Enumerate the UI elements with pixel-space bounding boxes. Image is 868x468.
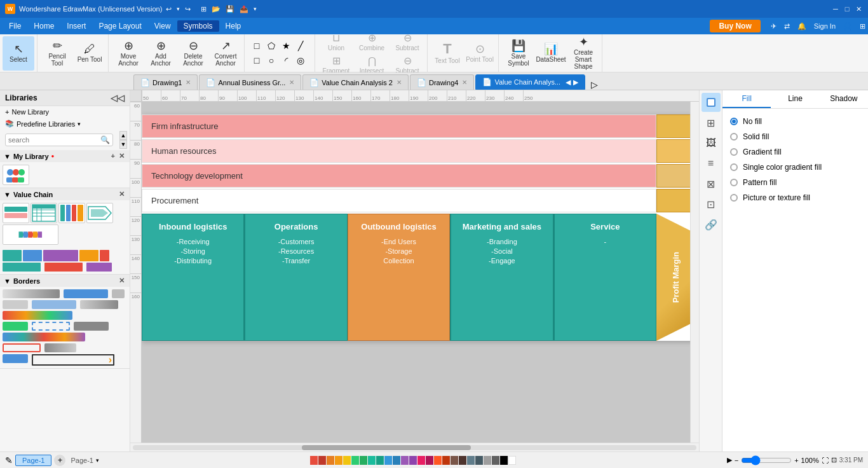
color-swatch-darkbrown[interactable] — [459, 456, 466, 465]
menu-view[interactable]: View — [148, 20, 177, 32]
redo-btn[interactable]: ↪ — [185, 5, 191, 13]
menu-file[interactable]: File — [3, 20, 27, 32]
scroll-up-btn[interactable]: ▲ — [119, 131, 127, 140]
color-swatch-darkblue[interactable] — [393, 456, 400, 465]
shape-pentagon[interactable]: ⬠ — [264, 39, 278, 53]
fill-option-pattern[interactable]: Pattern fill — [728, 175, 863, 190]
shape-arc[interactable]: ◜ — [279, 53, 293, 67]
fill-option-gradient[interactable]: Gradient fill — [728, 144, 863, 160]
shape-circle[interactable]: ○ — [264, 53, 278, 67]
undo-dropdown[interactable]: ▾ — [177, 6, 180, 12]
tab-nav-right[interactable]: ▶ — [573, 78, 578, 86]
datasheet-btn[interactable]: 📊 DataSheet — [535, 36, 567, 71]
my-library-add[interactable]: + — [110, 152, 116, 160]
vc-item-2[interactable] — [31, 203, 57, 223]
color-swatch-darkbluegray[interactable] — [475, 456, 483, 465]
image-panel-btn[interactable]: 🖼 — [702, 134, 721, 153]
color-swatch-black[interactable] — [500, 456, 508, 465]
color-swatch-orange[interactable] — [327, 456, 334, 465]
select-tool-btn[interactable]: ↖ Select — [3, 36, 34, 71]
my-library-close[interactable]: ✕ — [118, 152, 126, 160]
line-tab[interactable]: Line — [771, 90, 819, 108]
crop-panel-btn[interactable]: ⊠ — [702, 174, 721, 193]
predefine-libraries-btn[interactable]: 📚 Predefine Libraries ▾ — [0, 118, 130, 130]
minimize-btn[interactable]: ─ — [831, 4, 840, 13]
link-panel-btn[interactable]: 🔗 — [702, 215, 721, 234]
union-btn[interactable]: ⊔ Union — [319, 31, 353, 53]
send-icon[interactable]: ✈ — [771, 22, 776, 31]
table-panel-btn[interactable]: ⊡ — [702, 195, 721, 214]
color-swatch-darkteal[interactable] — [376, 456, 384, 465]
color-swatch-pink[interactable] — [417, 456, 425, 465]
buy-now-button[interactable]: Buy Now — [710, 20, 760, 32]
tab-drawing4-close[interactable]: ✕ — [462, 79, 467, 86]
value-chain-close[interactable]: ✕ — [118, 190, 126, 198]
create-smart-shape-btn[interactable]: ✦ Create Smart Shape — [567, 36, 599, 71]
menu-symbols[interactable]: Symbols — [177, 20, 219, 32]
add-anchor-btn[interactable]: ⊕ Add Anchor — [145, 36, 177, 71]
tab-drawing1[interactable]: 📄 Drawing1 ✕ — [133, 74, 198, 90]
lib-item-people[interactable] — [3, 165, 29, 185]
canvas-vscrollbar[interactable] — [690, 102, 699, 443]
fill-tab[interactable]: Fill — [722, 90, 771, 108]
maximize-btn[interactable]: □ — [843, 4, 851, 13]
vc-item-1[interactable] — [3, 203, 29, 223]
my-library-header[interactable]: ▼ My Library ● + ✕ — [0, 150, 130, 162]
color-swatch-white[interactable] — [508, 456, 516, 465]
close-btn[interactable]: ✕ — [854, 4, 863, 13]
color-swatch-darkpink[interactable] — [426, 456, 433, 465]
open-btn[interactable]: 📂 — [212, 5, 220, 13]
page-tab-1[interactable]: Page-1 — [15, 455, 51, 466]
subtract-btn[interactable]: ⊖ Subtract — [390, 31, 424, 53]
pen-tool-btn[interactable]: 🖊 Pen Tool — [74, 36, 105, 71]
tab-drawing1-close[interactable]: ✕ — [186, 79, 191, 86]
color-swatch-blue[interactable] — [384, 456, 392, 465]
text-tool-btn[interactable]: T Text Tool — [431, 36, 463, 71]
tab-drawing4[interactable]: 📄 Drawing4 ✕ — [410, 74, 474, 90]
undo-btn[interactable]: ↩ — [166, 5, 172, 13]
share-icon[interactable]: ⇄ — [784, 22, 790, 31]
pencil-tool-btn[interactable]: ✏ Pencil Tool — [41, 36, 73, 71]
zoom-in-btn[interactable]: + — [794, 457, 798, 464]
shape-square[interactable]: □ — [250, 53, 264, 67]
delete-anchor-btn[interactable]: ⊖ Delete Anchor — [177, 36, 209, 71]
menu-home[interactable]: Home — [27, 20, 60, 32]
new-tab-btn[interactable]: ⊞ — [201, 5, 207, 13]
shape-line[interactable]: ╱ — [294, 39, 308, 53]
color-swatch-deepdarkorange[interactable] — [442, 456, 450, 465]
search-input[interactable] — [8, 136, 100, 144]
zoom-out-btn[interactable]: − — [735, 457, 738, 464]
fill-option-solid[interactable]: Solid fill — [728, 129, 863, 144]
borders-header[interactable]: ▼ Borders ✕ — [0, 275, 130, 287]
fit-page-btn[interactable]: ⛶ — [822, 457, 829, 464]
tab-more-btn[interactable]: ▷ — [589, 79, 600, 90]
more-btn[interactable]: ▾ — [254, 6, 257, 12]
color-swatch-green[interactable] — [351, 456, 359, 465]
scrollbar-thumb[interactable] — [302, 445, 471, 450]
save-symbol-btn[interactable]: 💾 Save Symbol — [503, 36, 534, 71]
color-swatch-darkgreen[interactable] — [360, 456, 367, 465]
color-swatch-purple[interactable] — [401, 456, 409, 465]
color-swatch-darkpurple[interactable] — [409, 456, 417, 465]
convert-anchor-btn[interactable]: ↗ Convert Anchor — [210, 36, 241, 71]
share-export-btn[interactable]: 📤 — [240, 5, 248, 13]
point-tool-btn[interactable]: ⊙ Point Tool — [464, 36, 496, 71]
vc-item-4[interactable] — [86, 203, 113, 223]
sign-in-btn[interactable]: Sign In — [814, 22, 836, 30]
color-swatch-amber[interactable] — [335, 456, 342, 465]
color-swatch-deeporange[interactable] — [434, 456, 442, 465]
combine-btn[interactable]: ⊕ Combine — [355, 31, 389, 53]
scroll-down-btn[interactable]: ▼ — [119, 140, 127, 149]
color-swatch-yellow[interactable] — [343, 456, 351, 465]
color-swatch-gray[interactable] — [484, 456, 491, 465]
fill-option-single-gradient[interactable]: Single color gradient fill — [728, 160, 863, 175]
value-chain-header[interactable]: ▼ Value Chain ✕ — [0, 188, 130, 200]
vc-item-5[interactable] — [3, 224, 58, 245]
user-icon[interactable]: 👤 — [843, 22, 852, 31]
shape-star[interactable]: ★ — [279, 39, 293, 53]
play-icon[interactable]: ▶ — [727, 456, 732, 464]
tab-annual[interactable]: 📄 Annual Business Gr... ✕ — [199, 74, 301, 90]
sidebar-collapse-btn[interactable]: ◁◁ — [111, 93, 125, 103]
move-anchor-btn[interactable]: ⊕ Move Anchor — [112, 36, 144, 71]
layers-panel-btn[interactable]: ≡ — [702, 154, 721, 173]
